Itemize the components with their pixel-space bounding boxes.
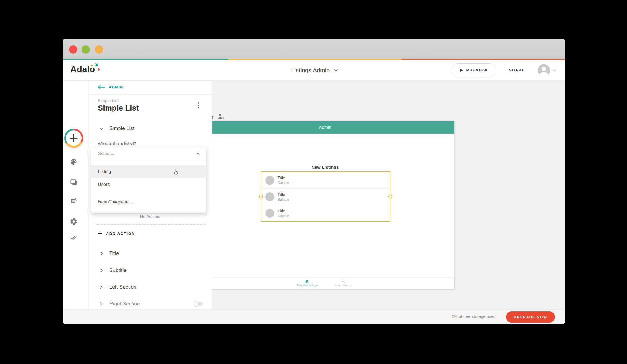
collection-options-menu: Listing Users New Collection... [91, 160, 206, 210]
accordion-label: Left Section [109, 284, 136, 290]
window-titlebar [63, 39, 565, 59]
left-toolbar [63, 81, 88, 309]
right-section-toggle[interactable] [194, 302, 203, 306]
option-users[interactable]: Users [91, 178, 206, 191]
chevron-down-icon [100, 126, 103, 130]
tab-label: Active Listings [335, 284, 352, 286]
avatar-placeholder [265, 176, 274, 185]
header-actions: PREVIEW SHARE [451, 60, 555, 81]
avatar-placeholder [265, 192, 274, 201]
item-title: Title [278, 192, 289, 197]
preview-label: PREVIEW [466, 68, 487, 72]
chevron-down-icon [334, 68, 338, 72]
plus-icon [98, 231, 102, 236]
list-item[interactable]: Title Subtitle [261, 172, 390, 188]
settings-gear-icon[interactable] [70, 218, 78, 225]
simple-list-component-selected[interactable]: Title Subtitle Title Subtitle [261, 171, 390, 222]
collection-select-popup: Select... Listing Users New Collection..… [91, 147, 206, 213]
component-menu-button[interactable] [195, 101, 201, 110]
tab-label: Submitted Listings [296, 284, 318, 286]
item-title: Title [278, 209, 289, 213]
canvas[interactable]: Admin New Listings Title Subtitle [212, 81, 565, 309]
screen-title: Admin [319, 125, 331, 130]
item-title: Title [278, 176, 289, 180]
no-actions-label: No Actions [95, 214, 206, 219]
add-action-button[interactable]: ADD ACTION [98, 231, 135, 236]
avatar-placeholder [265, 209, 274, 218]
upgrade-now-button[interactable]: UPGRADE NOW [506, 311, 555, 323]
screen-navbar[interactable]: Admin [212, 121, 454, 134]
add-action-label: ADD ACTION [106, 231, 135, 236]
publish-checks-icon[interactable] [70, 233, 78, 241]
storage-usage-text: 2% of free storage used [451, 314, 496, 319]
zoom-window-button[interactable] [95, 45, 103, 54]
item-subtitle: Subtitle [278, 198, 289, 201]
accordion-subtitle[interactable]: Subtitle [100, 268, 203, 273]
item-subtitle: Subtitle [278, 181, 289, 185]
component-type-label: Simple List [98, 98, 119, 103]
list-heading[interactable]: New Listings [212, 165, 454, 170]
cursor-pointer-icon [172, 169, 180, 176]
close-window-button[interactable] [69, 45, 77, 54]
chevron-right-icon [99, 302, 103, 306]
screen-tabbar[interactable]: Submitted Listings Active Listings [212, 278, 454, 289]
branding-palette-icon[interactable] [70, 158, 78, 166]
add-component-button[interactable] [64, 129, 83, 148]
accordion-left-section[interactable]: Left Section [100, 284, 203, 290]
browser-window: Adalo Listings Admin PREVIEW SHARE [63, 39, 565, 324]
properties-panel: ADMIN Simple List Simple List Simple Lis… [88, 81, 212, 309]
collection-select-field[interactable]: Select... [91, 147, 206, 160]
accordion-right-section[interactable]: Right Section [100, 301, 203, 307]
user-search-icon[interactable] [217, 113, 224, 120]
back-arrow-icon [98, 85, 105, 89]
option-listing[interactable]: Listing [91, 165, 206, 178]
account-menu[interactable] [538, 64, 555, 76]
search-icon [341, 279, 345, 283]
admin-screen[interactable]: Admin New Listings Title Subtitle [212, 121, 454, 289]
app-footer: 2% of free storage used UPGRADE NOW [63, 309, 565, 324]
database-icon[interactable] [70, 197, 78, 205]
plus-icon [66, 130, 82, 146]
play-icon [460, 68, 463, 72]
minimize-window-button[interactable] [82, 45, 90, 54]
chevron-right-icon [99, 285, 103, 289]
accordion-label: Subtitle [109, 268, 127, 273]
back-to-admin-button[interactable]: ADMIN [98, 85, 123, 89]
list-item[interactable]: Title Subtitle [261, 188, 390, 205]
accordion-simple-list[interactable]: Simple List [100, 126, 134, 131]
preview-button[interactable]: PREVIEW [451, 63, 496, 77]
select-placeholder: Select... [98, 151, 115, 156]
tab-submitted-listings[interactable]: Submitted Listings [289, 279, 325, 286]
list-of-question-label: What is this a list of? [98, 141, 136, 146]
app-header: Adalo Listings Admin PREVIEW SHARE [63, 60, 565, 81]
screen-toolbar [212, 113, 224, 120]
share-button[interactable]: SHARE [509, 68, 525, 72]
main-area: ADMIN Simple List Simple List Simple Lis… [63, 81, 565, 309]
item-subtitle: Subtitle [278, 214, 289, 218]
back-label: ADMIN [109, 85, 123, 89]
divider [88, 121, 212, 121]
chevron-right-icon [99, 269, 103, 272]
avatar-icon [538, 64, 550, 76]
component-name-heading: Simple List [98, 104, 139, 113]
divider [88, 94, 212, 95]
home-icon [305, 279, 309, 283]
cursor-arrow-icon[interactable] [212, 113, 214, 120]
screens-icon[interactable] [70, 178, 78, 186]
option-new-collection[interactable]: New Collection... [91, 194, 206, 210]
app-title: Listings Admin [291, 67, 330, 74]
accordion-title[interactable]: Title [100, 251, 203, 256]
chevron-up-icon [196, 152, 200, 156]
tab-active-listings[interactable]: Active Listings [325, 279, 361, 286]
divider [88, 248, 212, 248]
accordion-label: Title [109, 251, 119, 256]
accordion-label: Simple List [109, 126, 134, 131]
list-item[interactable]: Title Subtitle [261, 205, 390, 221]
accordion-label: Right Section [109, 301, 140, 307]
chevron-right-icon [99, 252, 103, 255]
